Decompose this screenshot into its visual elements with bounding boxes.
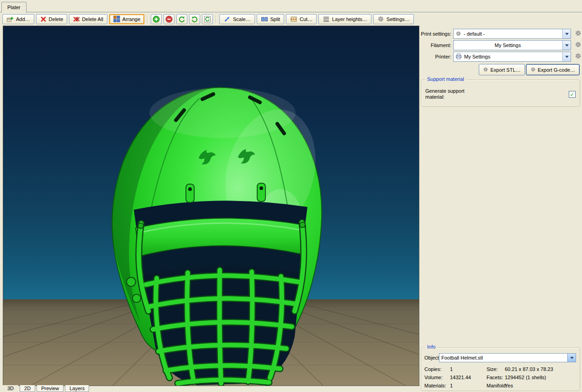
delete-all-button[interactable]: Delete All: [69, 14, 107, 24]
layer-heights-button[interactable]: Layer heights…: [318, 14, 371, 24]
size-value: 60.21 x 87.03 x 78.23: [505, 366, 553, 372]
3d-viewport[interactable]: [3, 26, 419, 386]
filament-value: My Settings: [455, 42, 560, 48]
export-stl-label: Export STL…: [490, 67, 520, 73]
view-tab-3d[interactable]: 3D: [3, 385, 18, 392]
view-tab-2d[interactable]: 2D: [20, 385, 35, 392]
settings-button[interactable]: Settings…: [373, 14, 414, 24]
combo-arrow-icon[interactable]: [562, 29, 571, 38]
rotate-icon: [204, 16, 211, 23]
helmet-model-canvas: [3, 26, 419, 386]
cut-button-label: Cut…: [300, 16, 312, 22]
filament-select[interactable]: My Settings: [453, 40, 571, 50]
delete-icon: [40, 16, 47, 22]
rotate-button[interactable]: [202, 14, 213, 24]
view-tab-preview[interactable]: Preview: [37, 385, 63, 392]
tab-plater[interactable]: Plater: [1, 2, 26, 13]
split-icon: [261, 16, 268, 23]
printer-select[interactable]: My Settings: [453, 52, 571, 62]
print-settings-value: - default -: [464, 31, 560, 37]
settings-button-label: Settings…: [386, 16, 410, 22]
support-material-title: Support material: [425, 76, 466, 82]
rotate-ccw-icon: [178, 16, 185, 23]
facets-label: Facets:: [487, 375, 503, 380]
manifold-value: Yes: [505, 383, 513, 388]
gear-icon: [455, 31, 461, 37]
export-stl-button[interactable]: Export STL…: [479, 64, 525, 75]
rotate-cw-icon: [191, 16, 198, 23]
tab-strip-divider: [0, 12, 582, 12]
size-label: Size:: [487, 366, 497, 372]
object-label: Object:: [424, 355, 440, 360]
split-button-label: Split: [270, 16, 280, 22]
support-material-groupbox: Support material Generate support materi…: [421, 79, 580, 107]
decrease-copies-icon: [165, 16, 173, 23]
scale-button[interactable]: Scale…: [219, 14, 255, 24]
scale-icon: [223, 16, 231, 23]
delete-all-button-label: Delete All: [82, 16, 103, 22]
print-settings-select[interactable]: - default -: [453, 29, 571, 39]
scale-button-label: Scale…: [233, 16, 251, 22]
gear-icon: [575, 53, 582, 61]
increase-copies-icon: [153, 16, 160, 23]
object-value: Football Helmet.stl: [441, 355, 565, 360]
manifold-label: Manifold:: [487, 383, 507, 388]
arrange-icon: [113, 16, 120, 22]
facets-value: 1294452 (1 shells): [505, 375, 546, 380]
materials-value: 1: [450, 383, 453, 388]
rotate-cw-button[interactable]: [189, 14, 200, 24]
toolbar-separator: [216, 15, 217, 23]
rotate-ccw-button[interactable]: [176, 14, 187, 24]
decrease-copies-button[interactable]: [164, 14, 175, 24]
printer-value: My Settings: [464, 54, 560, 59]
add-button[interactable]: Add…: [2, 14, 34, 24]
gear-icon: [530, 67, 536, 73]
view-tab-bar: 3D 2D Preview Layers: [3, 385, 89, 392]
add-icon: [6, 16, 14, 23]
gear-icon: [575, 30, 582, 38]
gear-icon: [377, 16, 384, 22]
gear-icon: [575, 41, 582, 49]
print-settings-label: Print settings:: [420, 29, 451, 39]
object-select[interactable]: Football Helmet.stl: [439, 353, 576, 362]
layer-heights-button-label: Layer heights…: [332, 16, 367, 22]
export-gcode-label: Export G-code…: [538, 67, 575, 73]
copies-value: 1: [450, 366, 453, 372]
combo-arrow-icon[interactable]: [562, 52, 571, 61]
settings-panel: Print settings: - default - Filament: My…: [420, 26, 582, 391]
cut-button[interactable]: Cut…: [286, 14, 317, 24]
delete-button-label: Delete: [49, 16, 63, 22]
copies-label: Copies:: [424, 366, 441, 372]
info-groupbox: Info Object: Football Helmet.stl Copies:…: [421, 347, 580, 391]
filament-label: Filament:: [420, 40, 451, 50]
export-gcode-button[interactable]: Export G-code…: [526, 64, 580, 75]
arrange-button[interactable]: Arrange: [109, 14, 144, 24]
generate-support-checkbox[interactable]: ✓: [569, 91, 576, 98]
filament-gear-button[interactable]: [574, 41, 582, 49]
delete-all-icon: [73, 16, 79, 22]
materials-label: Materials:: [424, 383, 446, 388]
increase-copies-button[interactable]: [151, 14, 162, 24]
layer-heights-icon: [323, 16, 330, 23]
split-button[interactable]: Split: [257, 14, 284, 24]
delete-button[interactable]: Delete: [36, 14, 68, 24]
info-title: Info: [425, 344, 437, 350]
printer-icon: [455, 53, 462, 60]
combo-arrow-icon[interactable]: [567, 354, 576, 362]
print-settings-gear-button[interactable]: [574, 30, 582, 38]
volume-value: 14321.44: [450, 375, 471, 380]
add-button-label: Add…: [16, 16, 30, 22]
cut-icon: [290, 16, 297, 23]
view-tab-layers[interactable]: Layers: [65, 385, 89, 392]
printer-gear-button[interactable]: [574, 53, 582, 61]
combo-arrow-icon[interactable]: [562, 41, 571, 50]
toolbar: Add… Delete Delete All Arrange Scale… Sp…: [0, 13, 582, 25]
printer-label: Printer:: [420, 52, 451, 62]
generate-support-label: Generate support material:: [425, 88, 476, 100]
toolbar-separator: [147, 15, 148, 23]
gear-icon: [483, 67, 488, 73]
volume-label: Volume:: [424, 375, 443, 380]
arrange-button-label: Arrange: [122, 16, 140, 22]
